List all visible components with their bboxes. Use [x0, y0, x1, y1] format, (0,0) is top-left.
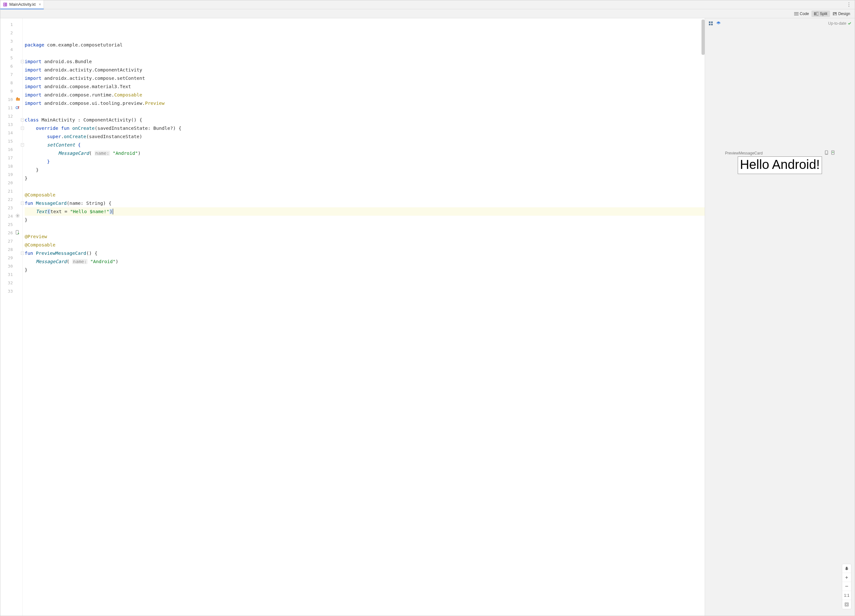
code-line[interactable] [25, 224, 705, 232]
line-number[interactable]: 28 [0, 245, 23, 253]
preview-rendered-output[interactable]: Hello Android! [738, 156, 822, 174]
line-number[interactable]: 11 [0, 104, 23, 112]
code-line[interactable]: } [25, 174, 705, 182]
line-number[interactable]: 21 [0, 187, 23, 195]
fold-toggle-icon[interactable]: − [21, 251, 24, 255]
fold-toggle-icon[interactable]: − [21, 143, 24, 147]
code-line[interactable]: } [25, 157, 705, 166]
code-line[interactable] [25, 182, 705, 191]
override-gutter-icon[interactable] [15, 105, 20, 110]
code-line[interactable] [25, 307, 705, 316]
code-line[interactable]: import androidx.compose.ui.tooling.previ… [25, 99, 705, 107]
fold-toggle-icon[interactable]: − [21, 127, 24, 130]
code-line[interactable]: } [25, 216, 705, 224]
code-line[interactable] [25, 282, 705, 291]
code-line[interactable]: Text(text = "Hello $name!") [25, 207, 705, 216]
code-line[interactable]: MessageCard( name: "Android") [25, 149, 705, 157]
zoom-in-button[interactable]: + [842, 573, 851, 582]
code-line[interactable] [25, 291, 705, 299]
line-number[interactable]: 5 [0, 54, 23, 62]
line-number[interactable]: 24 [0, 212, 23, 220]
preview-refresh-icon[interactable] [708, 21, 713, 26]
code-line[interactable]: @Composable [25, 191, 705, 199]
code-line[interactable]: −fun PreviewMessageCard() { [25, 249, 705, 257]
code-line[interactable] [25, 299, 705, 307]
code-line[interactable]: −import android.os.Bundle [25, 57, 705, 66]
inspection-ok-icon[interactable] [697, 20, 702, 25]
code-token: ) [115, 259, 118, 264]
line-number[interactable]: 17 [0, 153, 23, 162]
close-tab-icon[interactable]: × [37, 2, 41, 7]
line-number[interactable]: 30 [0, 262, 23, 270]
line-number[interactable]: 31 [0, 270, 23, 279]
line-number[interactable]: 7 [0, 70, 23, 78]
fold-toggle-icon[interactable]: − [21, 118, 24, 121]
view-mode-code[interactable]: Code [792, 11, 812, 17]
line-number[interactable]: 6 [0, 62, 23, 70]
view-mode-split[interactable]: Split [811, 11, 830, 17]
line-number[interactable]: 29 [0, 253, 23, 262]
line-number[interactable]: 1 [0, 20, 23, 29]
preview-layers-icon[interactable] [716, 21, 721, 26]
code-line[interactable] [25, 107, 705, 116]
code-line[interactable]: − setContent { [25, 141, 705, 149]
zoom-fit-button[interactable] [842, 600, 851, 609]
line-number[interactable]: 4 [0, 45, 23, 54]
code-line[interactable] [25, 274, 705, 282]
line-number[interactable]: 19 [0, 170, 23, 179]
code-line[interactable]: } [25, 166, 705, 174]
code-line[interactable]: − override fun onCreate(savedInstanceSta… [25, 124, 705, 132]
code-line[interactable]: import androidx.activity.compose.setCont… [25, 74, 705, 82]
line-number[interactable]: 26 [0, 228, 23, 237]
line-number[interactable]: 12 [0, 112, 23, 120]
code-line[interactable]: @Composable [25, 241, 705, 249]
line-number[interactable]: 2 [0, 29, 23, 37]
code-line[interactable]: −fun MessageCard(name: String) { [25, 199, 705, 207]
run-gutter-icon[interactable] [15, 230, 20, 235]
gear-gutter-icon[interactable] [15, 213, 20, 219]
line-number[interactable]: 13 [0, 120, 23, 129]
line-number[interactable]: 33 [0, 287, 23, 295]
code-line[interactable] [25, 49, 705, 57]
code-line[interactable]: import androidx.compose.material3.Text [25, 82, 705, 91]
code-line[interactable]: package com.example.composetutorial [25, 41, 705, 49]
line-number[interactable]: 10 [0, 95, 23, 104]
fold-toggle-icon[interactable]: − [21, 202, 24, 205]
class-gutter-icon[interactable] [15, 97, 20, 102]
line-number[interactable]: 8 [0, 78, 23, 87]
code-line[interactable]: MessageCard( name: "Android") [25, 257, 705, 266]
line-number[interactable]: 20 [0, 179, 23, 187]
line-number[interactable]: 16 [0, 145, 23, 153]
line-number[interactable]: 3 [0, 37, 23, 45]
preview-canvas[interactable]: PreviewMessageCard Hello Android! [705, 29, 855, 616]
preview-interactive-icon[interactable] [824, 150, 828, 156]
line-number[interactable]: 15 [0, 137, 23, 145]
line-number[interactable]: 27 [0, 237, 23, 245]
line-number[interactable]: 14 [0, 129, 23, 137]
code-line[interactable]: import androidx.activity.ComponentActivi… [25, 66, 705, 74]
preview-deploy-icon[interactable] [831, 150, 835, 156]
file-tab[interactable]: MainActivity.kt × [0, 0, 44, 9]
line-number[interactable]: 9 [0, 87, 23, 95]
code-line[interactable]: −class MainActivity : ComponentActivity(… [25, 116, 705, 124]
code-line[interactable]: @Preview [25, 232, 705, 241]
code-token: "Hello $name!" [70, 209, 109, 214]
pan-tool-button[interactable] [842, 564, 851, 573]
line-number[interactable]: 18 [0, 162, 23, 170]
line-number[interactable]: 32 [0, 279, 23, 287]
view-mode-design[interactable]: Design [830, 11, 853, 17]
code-line[interactable]: } [25, 266, 705, 274]
line-number[interactable]: 22 [0, 195, 23, 204]
line-number-gutter[interactable]: 1234567891011121314151617181920212223242… [0, 18, 23, 616]
code-line[interactable]: super.onCreate(savedInstanceState) [25, 132, 705, 141]
line-number[interactable]: 23 [0, 204, 23, 212]
line-number[interactable]: 25 [0, 220, 23, 228]
zoom-ratio-button[interactable]: 1:1 [842, 591, 851, 600]
code-line[interactable]: import androidx.compose.runtime.Composab… [25, 91, 705, 99]
code-editor[interactable]: 1234567891011121314151617181920212223242… [0, 18, 705, 616]
fold-toggle-icon[interactable]: − [21, 60, 24, 63]
code-area[interactable]: package com.example.composetutorial−impo… [23, 18, 705, 616]
zoom-out-button[interactable]: − [842, 582, 851, 591]
more-actions-icon[interactable]: ⋮ [843, 2, 855, 8]
svg-rect-29 [846, 604, 847, 605]
